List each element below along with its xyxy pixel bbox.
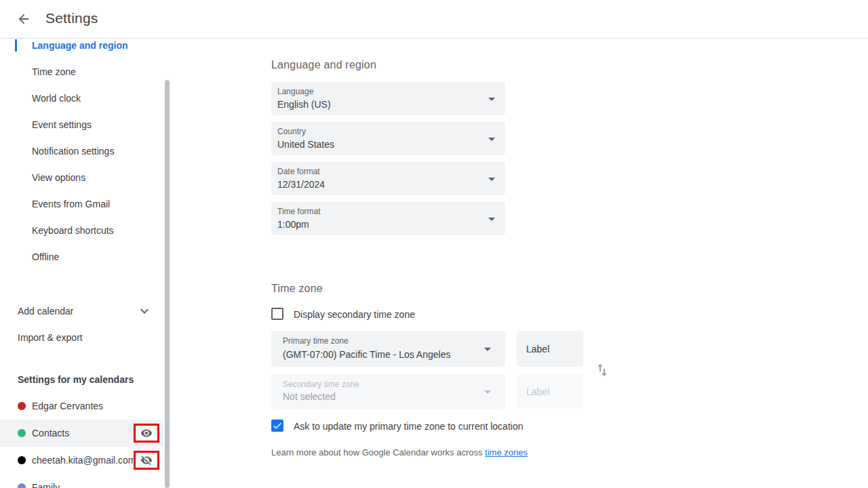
country-select[interactable]: Country United States [271, 122, 505, 155]
dropdown-arrow-icon [479, 384, 496, 400]
my-calendars-heading: Settings for my calendars [0, 366, 163, 392]
calendar-name: Family [32, 482, 60, 488]
display-secondary-time-zone-label: Display secondary time zone [294, 309, 415, 320]
calendar-row-edgar-cervantes[interactable]: Edgar Cervantes [0, 392, 163, 420]
field-value: 12/31/2024 [277, 179, 325, 190]
chevron-down-icon [136, 303, 153, 319]
secondary-label-input-wrapper [517, 374, 583, 409]
calendar-name: cheetah.kita@gmail.com [32, 455, 134, 466]
field-label: Primary time zone [283, 336, 349, 346]
sidebar-scrollbar[interactable] [165, 80, 170, 488]
add-calendar-label: Add calendar [18, 306, 74, 317]
sidebar-item-import-export[interactable]: Import & export [0, 324, 163, 350]
dropdown-arrow-icon [484, 211, 500, 227]
field-label: Secondary time zone [283, 380, 359, 389]
primary-time-zone-select[interactable]: Primary time zone (GMT-07:00) Pacific Ti… [271, 331, 505, 367]
footer-text: Learn more about how Google Calendar wor… [271, 447, 485, 458]
primary-time-zone-label-input[interactable] [517, 331, 583, 367]
field-label: Country [277, 127, 306, 136]
sidebar-item-time-zone[interactable]: Time zone [0, 58, 163, 85]
update-primary-time-zone-checkbox[interactable] [271, 420, 283, 432]
field-value: Not selected [283, 391, 336, 402]
google-calendar-settings-page: Settings Language and region Time zone W… [0, 0, 868, 488]
calendar-color-dot [18, 402, 26, 410]
secondary-time-zone-select[interactable]: Secondary time zone Not selected [271, 374, 505, 409]
sidebar-item-view-options[interactable]: View options [0, 164, 163, 190]
arrow-back-icon [16, 12, 31, 26]
back-button[interactable] [10, 5, 37, 33]
primary-label-input-wrapper [517, 331, 583, 367]
language-select[interactable]: Language English (US) [271, 82, 505, 115]
sidebar-item-keyboard-shortcuts[interactable]: Keyboard shortcuts [0, 217, 163, 243]
visibility-icon[interactable] [140, 427, 153, 439]
swap-vertical-icon [594, 362, 610, 378]
annotation-highlight-box [134, 451, 159, 470]
calendar-row-family[interactable]: Family [0, 474, 163, 488]
time-zones-link[interactable]: time zones [485, 447, 528, 458]
calendar-row-cheetah-kita[interactable]: cheetah.kita@gmail.com [0, 447, 163, 474]
annotation-highlight-box [134, 424, 159, 443]
calendar-color-dot [18, 429, 26, 437]
secondary-time-zone-label-input [517, 374, 583, 409]
settings-nav: Language and region Time zone World cloc… [0, 39, 163, 488]
sidebar-item-event-settings[interactable]: Event settings [0, 111, 163, 138]
sidebar-item-add-calendar[interactable]: Add calendar [0, 298, 163, 324]
field-label: Language [277, 87, 313, 96]
dropdown-arrow-icon [484, 171, 500, 187]
calendar-color-dot [18, 456, 26, 464]
calendar-row-contacts[interactable]: Contacts [0, 420, 163, 447]
field-value: English (US) [277, 99, 331, 110]
display-secondary-time-zone-checkbox[interactable] [271, 308, 283, 320]
header: Settings [0, 0, 868, 39]
sidebar-item-notification-settings[interactable]: Notification settings [0, 138, 163, 164]
sidebar-item-world-clock[interactable]: World clock [0, 85, 163, 111]
dropdown-arrow-icon [484, 91, 500, 107]
time-zone-footer-note: Learn more about how Google Calendar wor… [271, 447, 528, 458]
calendar-color-dot [18, 483, 26, 488]
dropdown-arrow-icon [484, 131, 500, 147]
calendar-name: Contacts [32, 428, 69, 439]
visibility-off-icon[interactable] [140, 454, 153, 466]
field-value: (GMT-07:00) Pacific Time - Los Angeles [283, 349, 450, 360]
field-label: Time format [277, 207, 321, 216]
field-value: United States [277, 139, 334, 150]
time-zone-heading: Time zone [271, 283, 323, 295]
sidebar-item-language-and-region[interactable]: Language and region [0, 39, 163, 58]
calendar-name: Edgar Cervantes [32, 401, 103, 411]
time-format-select[interactable]: Time format 1:00pm [271, 202, 505, 235]
language-region-heading: Language and region [271, 59, 376, 71]
page-title: Settings [45, 10, 98, 26]
update-primary-time-zone-label: Ask to update my primary time zone to cu… [294, 421, 523, 432]
checkmark-icon [272, 420, 283, 431]
swap-time-zones-button[interactable] [594, 362, 610, 378]
field-label: Date format [277, 167, 320, 176]
settings-sidebar: Language and region Time zone World cloc… [0, 39, 163, 488]
dropdown-arrow-icon [479, 341, 496, 357]
sidebar-item-events-from-gmail[interactable]: Events from Gmail [0, 190, 163, 217]
sidebar-item-offline[interactable]: Offline [0, 243, 163, 270]
field-value: 1:00pm [277, 219, 309, 230]
date-format-select[interactable]: Date format 12/31/2024 [271, 162, 505, 195]
